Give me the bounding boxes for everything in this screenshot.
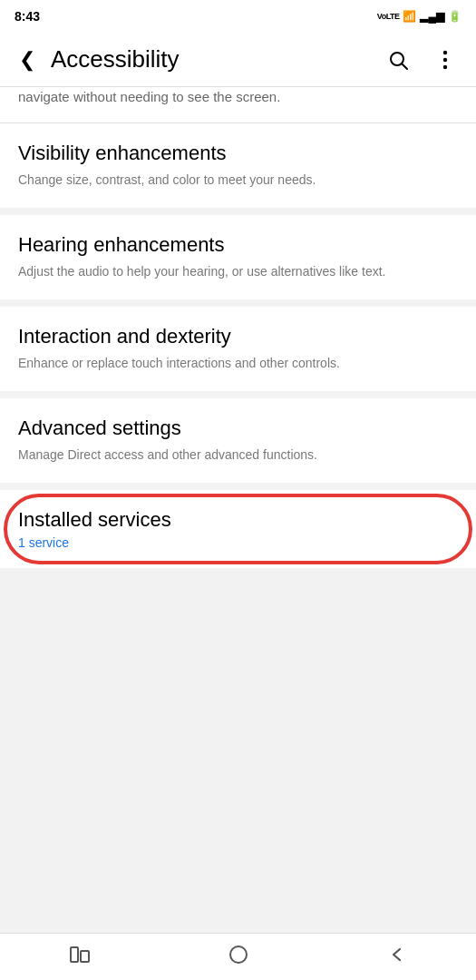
recents-button[interactable]: [53, 939, 107, 975]
installed-services-section[interactable]: Installed services 1 service: [0, 490, 476, 568]
svg-rect-6: [81, 951, 89, 962]
installed-services-content: Installed services 1 service: [18, 508, 458, 550]
back-nav-button[interactable]: [370, 939, 424, 975]
gap-4: [0, 483, 476, 490]
back-nav-icon: [387, 945, 407, 969]
visibility-title: Visibility enhancements: [18, 142, 458, 165]
bottom-navigation: [0, 933, 476, 980]
partial-text-section: navigate without needing to see the scre…: [0, 87, 476, 122]
home-button[interactable]: [211, 939, 266, 975]
home-icon: [228, 945, 248, 969]
advanced-title: Advanced settings: [18, 416, 458, 440]
hearing-desc: Adjust the audio to help your hearing, o…: [18, 262, 458, 281]
gap-1: [0, 208, 476, 215]
svg-line-1: [403, 64, 408, 69]
search-icon: [387, 49, 409, 71]
svg-point-2: [443, 50, 447, 54]
interaction-title: Interaction and dexterity: [18, 325, 458, 348]
visibility-section[interactable]: Visibility enhancements Change size, con…: [0, 123, 476, 208]
signal-icon: ▂▄▆: [420, 10, 444, 23]
svg-point-4: [443, 64, 447, 68]
svg-rect-5: [71, 947, 78, 962]
interaction-section[interactable]: Interaction and dexterity Enhance or rep…: [0, 307, 476, 391]
wifi-icon: 📶: [403, 10, 416, 23]
more-options-button[interactable]: [425, 40, 465, 80]
page-title: Accessibility: [51, 45, 180, 74]
svg-point-3: [443, 57, 447, 61]
installed-services-count: 1 service: [18, 535, 458, 550]
installed-services-title: Installed services: [18, 508, 458, 532]
app-bar-left: ❮ Accessibility: [7, 40, 180, 80]
status-bar: 8:43 VoLTE 📶 ▂▄▆ 🔋: [0, 0, 476, 33]
visibility-desc: Change size, contrast, and color to meet…: [18, 171, 458, 190]
gap-2: [0, 299, 476, 307]
advanced-desc: Manage Direct access and other advanced …: [18, 446, 458, 465]
gap-3: [0, 391, 476, 398]
advanced-section[interactable]: Advanced settings Manage Direct access a…: [0, 398, 476, 483]
battery-icon: 🔋: [448, 10, 461, 23]
back-button[interactable]: ❮: [7, 40, 47, 80]
partial-text: navigate without needing to see the scre…: [18, 89, 280, 104]
volte-icon: VoLTE: [377, 12, 400, 21]
hearing-section[interactable]: Hearing enhancements Adjust the audio to…: [0, 215, 476, 299]
app-bar: ❮ Accessibility: [0, 33, 476, 87]
status-time: 8:43: [15, 9, 40, 24]
hearing-title: Hearing enhancements: [18, 233, 458, 257]
content-area: navigate without needing to see the scre…: [0, 87, 476, 568]
svg-point-7: [230, 946, 247, 963]
status-icons: VoLTE 📶 ▂▄▆ 🔋: [377, 10, 461, 23]
app-bar-actions: [378, 40, 465, 80]
recents-icon: [70, 946, 90, 967]
more-vertical-icon: [442, 49, 448, 71]
search-button[interactable]: [378, 40, 418, 80]
interaction-desc: Enhance or replace touch interactions an…: [18, 354, 458, 373]
